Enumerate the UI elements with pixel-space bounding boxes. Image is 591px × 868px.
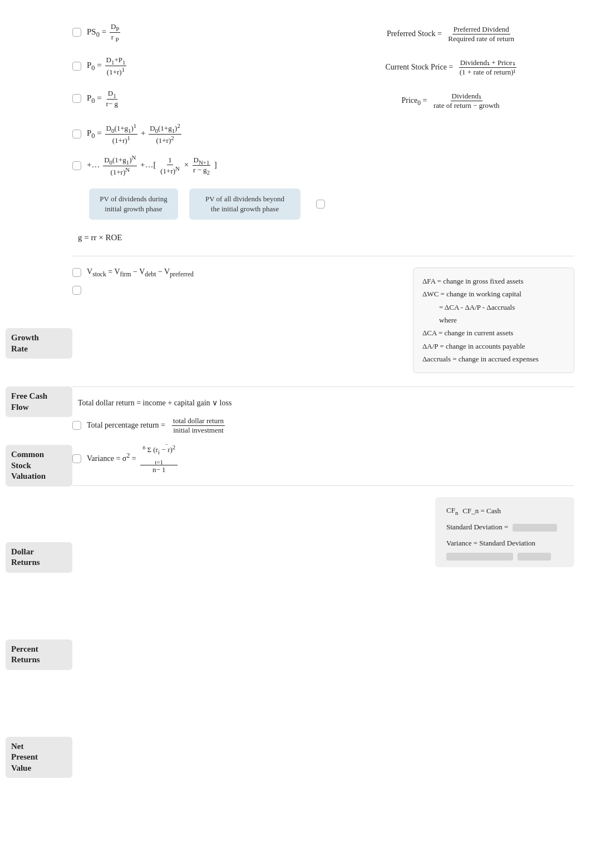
bullet-5: [72, 161, 81, 170]
blurred-row: [446, 553, 563, 561]
def-accruals: Δaccruals = change in accrued expenses: [422, 353, 565, 365]
phase1-container: PV of dividends during initial growth ph…: [89, 189, 178, 220]
formula-row-5: +… D0(1+g1)N (1+r)N +…[ 1 (1+r)N × DN+1 …: [72, 154, 574, 177]
multi2: D0(1+g1)2 (1+r)2: [149, 122, 181, 145]
divider-3: [72, 485, 574, 486]
ps0-text: PS0 = DP r P: [87, 22, 121, 42]
sidebar-item-dollar-returns[interactable]: Dollar Returns: [6, 542, 72, 573]
p0-frac1: D1+P1 (1+r)1: [105, 56, 127, 77]
dollar-returns-section: Total dollar return = income + capital g…: [72, 398, 574, 475]
stock-valuation-section: Vstock = Vfirm − Vdebt − Vpreferred ΔFA …: [72, 267, 574, 373]
phase-arrow: [312, 189, 329, 220]
sidebar-growth-rate-label: Growth Rate: [11, 333, 39, 353]
formula-row-2: P0 = D1+P1 (1+r)1 Current Stock Price = …: [72, 56, 574, 77]
def-fa: ΔFA = change in gross fixed assets: [422, 275, 565, 287]
formula-row-4: P0 = D0(1+g1)1 (1+r)1 + D0(1+g1)2 (1+r)2: [72, 122, 574, 145]
formula-row-3: P0 = D1 r− g Price0 = Dividend₁ rate of …: [72, 89, 574, 110]
sidebar-item-percent-returns[interactable]: Percent Returns: [6, 639, 72, 670]
std-dev-section: CFn CF_n = Cash Standard Deviation = Var…: [72, 497, 574, 567]
sidebar-npv-label: Net Present Value: [11, 742, 38, 772]
variance-frac: n Σ (ri −ˉr)2 t=1 n− 1: [140, 444, 178, 475]
definitions-box: ΔFA = change in gross fixed assets ΔWC =…: [413, 267, 574, 373]
def-wc: ΔWC = change in working capital: [422, 287, 565, 300]
bullet-4: [72, 130, 81, 138]
var-denominator: n− 1: [150, 465, 168, 474]
variance-eq: Variance = Standard Deviation: [446, 537, 535, 550]
bullet-var: [72, 454, 81, 463]
sidebar-item-common[interactable]: Common Stock Valuation: [6, 445, 72, 487]
var-numerator: n Σ (ri −ˉr)2 t=1: [140, 444, 178, 466]
phase1-label: PV of dividends during initial growth ph…: [100, 195, 167, 213]
bullet-pct: [72, 421, 81, 430]
bullet-3: [72, 94, 81, 103]
price0-label: Price0 =: [401, 96, 427, 105]
pct-num: total dollar return: [172, 416, 225, 426]
def-wc-detail: = ΔCA - ΔA/P - Δaccruals: [439, 301, 565, 314]
sidebar-percent-label: Percent Returns: [11, 644, 40, 664]
percent-return-row: Total percentage return = total dollar r…: [72, 416, 574, 435]
phase2-box: PV of all dividends beyond the initial g…: [189, 189, 301, 220]
bullet-2: [72, 62, 81, 71]
def-ca: ΔCA = change in current assets: [422, 326, 565, 339]
cf-row: CFn CF_n = Cash: [446, 504, 563, 518]
blurred-2: [446, 553, 513, 561]
p0-d1-rg-formula: P0 = D1 r− g: [72, 89, 318, 110]
std-dev-label-row: Standard Deviation =: [446, 520, 563, 534]
variance-eq-row: Variance = Standard Deviation: [446, 537, 563, 550]
cf-label: CFn: [446, 504, 458, 518]
def-ap: ΔA/P = change in accounts payable: [422, 340, 565, 353]
cf-value: CF_n = Cash: [462, 504, 501, 518]
ps0-formula: PS0 = DP r P: [72, 22, 318, 43]
sidebar: Growth Rate Free Cash Flow Common Stock …: [0, 22, 72, 835]
formula-row-1: PS0 = DP r P Preferred Stock = Preferred…: [72, 22, 574, 43]
p0-d1p1-formula: P0 = D1+P1 (1+r)1: [72, 56, 318, 77]
main-content: PS0 = DP r P Preferred Stock = Preferred…: [72, 22, 591, 835]
total-dollar-return: Total dollar return = income + capital g…: [78, 398, 574, 408]
sidebar-dollar-label: Dollar Returns: [11, 547, 40, 567]
divider-2: [72, 386, 574, 387]
dollar-return-formula: Total dollar return = income + capital g…: [78, 399, 232, 407]
multi1: D0(1+g1)1 (1+r)1: [105, 122, 138, 145]
multi-n: D0(1+g1)N (1+r)N: [103, 154, 137, 177]
p0-frac2: D1 r− g: [105, 89, 119, 108]
stock-val-formula: Vstock = Vfirm − Vdebt − Vpreferred: [87, 267, 194, 278]
growth-rate-text: g = rr × ROE: [78, 233, 122, 242]
growth-rate-formula: g = rr × ROE: [78, 233, 574, 242]
phase1-box: PV of dividends during initial growth ph…: [89, 189, 178, 220]
ps0-fraction: DP r P: [110, 22, 120, 42]
bullet-phase: [316, 200, 325, 209]
std-dev-box: CFn CF_n = Cash Standard Deviation = Var…: [435, 497, 574, 567]
current-stock-price-def: Current Stock Price = Dividend₁ + Price₁…: [329, 56, 574, 77]
variance-row: Variance = σ2 = n Σ (ri −ˉr)2 t=1 n− 1: [72, 444, 574, 475]
blurred-3: [518, 553, 551, 561]
preferred-stock-def: Preferred Stock = Preferred Dividend Req…: [329, 22, 574, 43]
blurred-1: [513, 524, 557, 532]
pct-den: initial investment: [172, 426, 225, 435]
preferred-label: Preferred Stock =: [387, 29, 442, 38]
std-dev-label: Standard Deviation =: [446, 520, 508, 534]
variance-formula: Variance = σ2 = n Σ (ri −ˉr)2 t=1 n− 1: [87, 444, 180, 475]
sidebar-free-cash-label: Free Cash Flow: [11, 391, 47, 411]
stock-val-bullet2: [72, 286, 402, 295]
price0-def: Price0 = Dividend₁ rate of return − grow…: [329, 89, 574, 110]
top-formulas-section: PS0 = DP r P Preferred Stock = Preferred…: [72, 22, 574, 177]
phase2-label: PV of all dividends beyond the initial g…: [205, 195, 284, 213]
sidebar-item-net-present-value[interactable]: Net Present Value: [6, 737, 72, 778]
multi-bracket: 1 (1+r)N: [159, 156, 181, 176]
sub-0: 0: [96, 31, 100, 38]
current-stock-frac: Dividend₁ + Price₁ (1 + rate of return)¹: [459, 58, 517, 77]
bullet-1: [72, 28, 81, 37]
preferred-frac: Preferred Dividend Required rate of retu…: [447, 25, 515, 43]
sidebar-common-label: Common Stock Valuation: [11, 450, 46, 480]
phase-boxes: PV of dividends during initial growth ph…: [89, 189, 574, 220]
stock-val-row: Vstock = Vfirm − Vdebt − Vpreferred: [72, 267, 402, 278]
divider-1: [72, 256, 574, 256]
sidebar-item-free-cash-flow[interactable]: Free Cash Flow: [6, 386, 72, 417]
current-stock-label: Current Stock Price =: [385, 63, 453, 71]
pct-return-label: Total percentage return =: [87, 421, 165, 430]
price0-frac: Dividend₁ rate of return − growth: [432, 92, 501, 110]
sidebar-item-growth-rate[interactable]: Growth Rate: [6, 328, 72, 359]
stock-val-left: Vstock = Vfirm − Vdebt − Vpreferred: [72, 267, 402, 295]
multi-dn1: DN+1 r − g2: [192, 156, 211, 176]
def-where: where: [439, 314, 565, 326]
